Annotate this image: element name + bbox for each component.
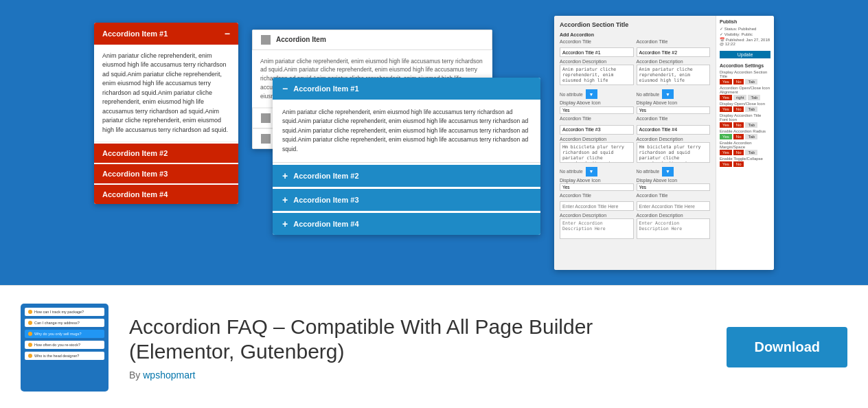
yes-btn-icon[interactable]: Yes (720, 95, 732, 100)
tab-btn-section[interactable]: Tab (745, 79, 757, 84)
author-link[interactable]: wpshopmart (143, 370, 195, 381)
acc-blue-item1-body: Anim pariatur cliche reprehenderit, enim… (273, 100, 540, 163)
update-btn[interactable]: Update (720, 51, 770, 58)
acc-red-item1-header: Accordion Item #1 − (94, 23, 238, 45)
admin-form-grid-3: Accordion Title Accordion Description Ac… (560, 193, 710, 242)
faq-item-2: Can I change my address? (25, 319, 104, 327)
acc-blue-item4-header: + Accordion Item #4 (273, 213, 540, 235)
accordion-title-input-5[interactable] (560, 201, 634, 211)
accordion-icon-row-2: No attribute ▼ (637, 89, 711, 99)
minus-icon: − (225, 28, 230, 39)
accordion-title-input-2[interactable] (637, 47, 711, 57)
plus-blue-icon-3: + (282, 194, 288, 205)
minus-blue-icon: − (282, 83, 288, 94)
acc-blue-item1-header: − Accordion Item #1 (273, 78, 540, 100)
accordion-desc-4[interactable]: Hm bicicleta plur terry richardson ad sq… (637, 142, 711, 163)
accordion-title-input-4[interactable] (637, 125, 711, 135)
accordion-layers: Accordion Item Anim pariatur cliche repr… (252, 16, 540, 263)
tab-btn-icon[interactable]: Tab (748, 95, 760, 100)
yes-btn-toggle[interactable]: Yes (720, 161, 732, 167)
no-btn-tf[interactable]: No (733, 122, 744, 128)
yes-btn-margin[interactable]: Yes (720, 150, 732, 155)
accordion-title-input-1[interactable] (560, 47, 634, 57)
accordion-col6: Accordion Title Accordion Description (637, 193, 711, 242)
download-button[interactable]: Download (727, 327, 847, 367)
right-btn[interactable]: right (733, 95, 747, 100)
no-btn-radius[interactable]: No (733, 134, 744, 139)
admin-form-grid-2: Accordion Title Accordion Description Hm… (560, 116, 710, 191)
display-above-row-2: Yes (637, 106, 711, 114)
no-btn-section[interactable]: No (733, 79, 744, 84)
plugin-info: Accordion FAQ – Compatible With All Page… (129, 315, 706, 381)
accordion-title-col1: Accordion Title Accordion Description An… (560, 39, 634, 115)
no-btn-margin[interactable]: No (733, 150, 744, 155)
open-close-btns: Yes right Tab (720, 95, 770, 100)
admin-section-title: Accordion Section Title (560, 21, 710, 28)
accordion-title-input-6[interactable] (637, 201, 711, 211)
acc-red-item4-header: Accordion Item #4 (94, 185, 238, 204)
accordion-red-mockup: Accordion Item #1 − Anim pariatur cliche… (94, 23, 238, 205)
accordion-col3: Accordion Title Accordion Description Hm… (560, 116, 634, 191)
plugin-icon: How can I track my package? Can I change… (21, 304, 108, 392)
list-icon (261, 35, 271, 45)
admin-main-area: Accordion Section Title Add Accordion Ac… (554, 16, 716, 270)
plugin-title: Accordion FAQ – Compatible With All Page… (129, 315, 706, 364)
accordion-desc-1[interactable]: Anim pariatur cliche reprehenderit, enim… (560, 65, 634, 85)
admin-sidebar: Publish ✓ Status: Published ✓ Visibility… (716, 16, 774, 270)
accordion-title-input-3[interactable] (560, 125, 634, 135)
accordion-icon-row-1: No attribute ▼ (560, 89, 634, 99)
faq-dot-4 (28, 343, 32, 347)
admin-form-grid: Accordion Title Accordion Description An… (560, 39, 710, 115)
acc-red-item3-header: Accordion Item #3 (94, 164, 238, 183)
faq-item-5: Who is the head designer? (25, 352, 104, 360)
faq-dot-1 (28, 310, 32, 314)
accordion-col5: Accordion Title Accordion Description (560, 193, 634, 242)
enable-margin-btns: Yes No Tab (720, 150, 770, 155)
accordion-desc-6[interactable] (637, 218, 711, 239)
enable-toggle-btns: Yes No (720, 161, 770, 167)
display-open-close-btns: Yes No Tab (720, 106, 770, 112)
list-icon-3 (261, 134, 271, 144)
yes-btn-oc[interactable]: Yes (720, 106, 732, 112)
yes-btn-tf[interactable]: Yes (720, 122, 732, 128)
faq-dot-5 (28, 354, 32, 358)
no-btn-oc[interactable]: No (733, 106, 744, 112)
faq-dot-2 (28, 321, 32, 325)
display-above-row-1: Yes (560, 106, 634, 114)
acc-red-item2-header: Accordion Item #2 (94, 144, 238, 163)
display-title-font-btns: Yes No Tab (720, 122, 770, 128)
select-icon-btn-1[interactable]: ▼ (586, 89, 597, 99)
acc-blue-item2-header: + Accordion Item #2 (273, 165, 540, 187)
add-accordion-label: Add Accordion (560, 32, 710, 37)
faq-item-3: Why do you only sell mugs? (25, 330, 104, 338)
accordion-desc-5[interactable] (560, 218, 634, 239)
tab-btn-tf[interactable]: Tab (745, 122, 757, 128)
accordion-settings-section: Accordion Settings Display Accordion Sec… (720, 63, 770, 167)
accordion-col4: Accordion Title Accordion Description Hm… (637, 116, 711, 191)
no-btn-toggle[interactable]: No (733, 161, 744, 167)
accordion-title-col2: Accordion Title Accordion Description An… (637, 39, 711, 115)
banner-inner: Accordion Item #1 − Anim pariatur cliche… (80, 2, 788, 284)
yes-btn-section[interactable]: Yes (720, 79, 732, 84)
tab-btn-margin[interactable]: Tab (745, 150, 757, 155)
faq-item-1: How can I track my package? (25, 308, 104, 316)
faq-item-4: How often do you re-stock? (25, 341, 104, 349)
plus-blue-icon-4: + (282, 218, 288, 229)
bottom-section: How can I track my package? Can I change… (0, 286, 868, 408)
publish-section: Publish ✓ Status: Published ✓ Visibility… (720, 19, 770, 59)
tab-btn-radius[interactable]: Tab (745, 134, 757, 139)
accordion-desc-2[interactable]: Anim pariatur cliche reprehenderit, enim… (637, 65, 711, 85)
select-icon-btn-4[interactable]: ▼ (662, 167, 674, 177)
display-section-btns: Yes No Tab (720, 79, 770, 84)
select-icon-btn-2[interactable]: ▼ (662, 89, 674, 99)
yes-btn-radius[interactable]: Yes (720, 134, 732, 139)
admin-panel-mockup: Accordion Section Title Add Accordion Ac… (554, 16, 774, 270)
enable-radius-btns: Yes No Tab (720, 134, 770, 139)
accordion-blue-mockup: − Accordion Item #1 Anim pariatur cliche… (273, 78, 540, 236)
select-icon-btn-3[interactable]: ▼ (586, 167, 597, 177)
banner: Accordion Item #1 − Anim pariatur cliche… (0, 0, 868, 285)
accordion-desc-3[interactable]: Hm bicicleta plur terry richardson ad sq… (560, 142, 634, 163)
tab-btn-oc[interactable]: Tab (745, 106, 757, 112)
faq-dot-3 (28, 332, 32, 336)
acc-blue-item3-header: + Accordion Item #3 (273, 189, 540, 211)
